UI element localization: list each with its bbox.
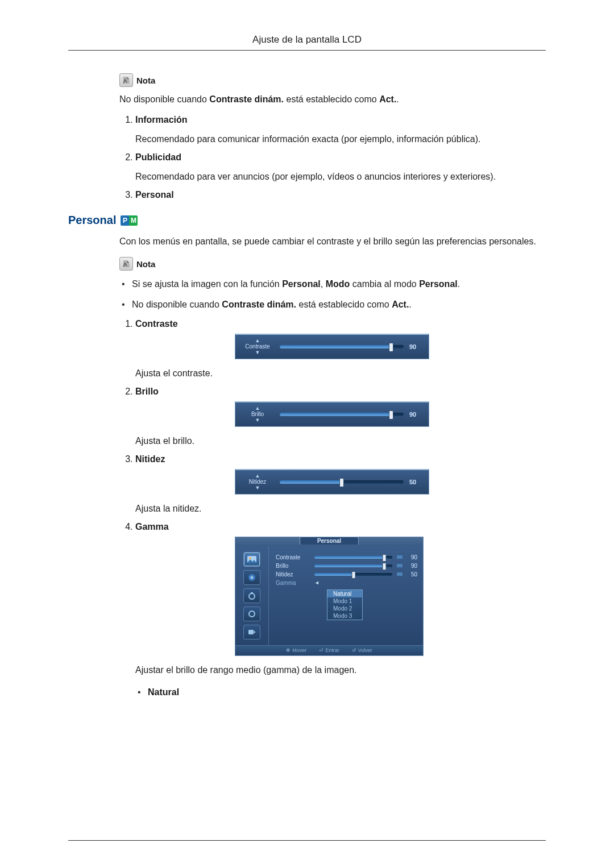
note-icon [119, 73, 133, 87]
slider-track[interactable] [314, 573, 392, 576]
svg-point-4 [249, 593, 255, 599]
svg-rect-7 [248, 630, 254, 634]
picture-icon[interactable] [243, 552, 260, 567]
item-title: Gamma [135, 522, 169, 531]
gamma-sublist: Natural [135, 686, 546, 699]
return-icon: ↺ [352, 647, 356, 653]
slider-knob[interactable] [389, 343, 393, 352]
gamma-options: Natural Modo 1 Modo 2 Modo 3 [327, 589, 363, 620]
svg-point-1 [249, 557, 251, 559]
content: Nota No disponible cuando Contraste diná… [68, 73, 546, 699]
slider-end-icon [397, 564, 403, 567]
osd-label: ▲ Brillo ▼ [241, 406, 274, 423]
setup-icon[interactable] [243, 607, 260, 621]
svg-point-3 [251, 576, 254, 579]
item-caption: Ajusta la nitidez. [135, 504, 546, 514]
item-title: Información [135, 115, 188, 124]
item-title: Publicidad [135, 152, 181, 162]
timer-icon[interactable] [243, 588, 260, 603]
slider-fill [280, 480, 342, 484]
slider-value: 90 [409, 343, 423, 350]
osd-slider-nitidez: ▲ Nitidez ▼ 50 [235, 469, 429, 495]
section-notes: Si se ajusta la imagen con la función Pe… [119, 277, 546, 310]
arrow-down-icon: ▼ [241, 350, 274, 355]
svg-rect-5 [251, 592, 253, 593]
gamma-option-modo2[interactable]: Modo 2 [327, 605, 362, 612]
setting-gamma: Gamma Personal [135, 522, 546, 699]
osd-row-contraste[interactable]: Contraste 90 [276, 554, 417, 560]
osd-footer: ✥Mover ⏎Entrar ↺Volver [235, 645, 423, 655]
setting-contraste: Contraste ▲ Contraste ▼ 90 Ajusta el con… [135, 319, 546, 379]
input-icon[interactable] [243, 625, 260, 639]
note-label: Nota [136, 76, 155, 85]
mode-list: Información Recomendado para comunicar i… [119, 115, 546, 200]
arrow-down-icon: ▼ [241, 418, 274, 423]
footer-rule [68, 840, 546, 841]
pm-badge: PM [121, 215, 138, 226]
slider-fill [280, 413, 391, 416]
osd-menu-gamma: Personal Contraste [235, 537, 424, 656]
slider-end-icon [397, 555, 403, 559]
footer-move: ✥Mover [286, 647, 306, 653]
item-body: Recomendado para ver anuncios (por ejemp… [135, 172, 546, 182]
note-icon [119, 257, 133, 271]
gamma-option-natural[interactable]: Natural [327, 590, 362, 597]
gamma-option-modo1[interactable]: Modo 1 [327, 597, 362, 605]
arrow-up-icon: ▲ [241, 338, 274, 343]
setting-nitidez: Nitidez ▲ Nitidez ▼ 50 Ajusta la nitidez… [135, 454, 546, 514]
enter-icon: ⏎ [319, 647, 323, 653]
pm-badge-p: P [121, 215, 129, 226]
personal-settings-list: Contraste ▲ Contraste ▼ 90 Ajusta el con… [119, 319, 546, 699]
item-title: Nitidez [135, 454, 165, 464]
osd-tab-personal[interactable]: Personal [300, 537, 359, 545]
slider-value: 50 [409, 479, 423, 485]
osd-slider-brillo: ▲ Brillo ▼ 90 [235, 401, 429, 427]
osd-rows: Contraste 90 Brillo 90 [269, 546, 423, 645]
item-title: Brillo [135, 387, 159, 396]
osd-label: ▲ Contraste ▼ [241, 338, 274, 355]
item-title: Contraste [135, 319, 178, 329]
osd-row-brillo[interactable]: Brillo 90 [276, 563, 417, 569]
item-body: Recomendado para comunicar información e… [135, 134, 546, 144]
slider-track[interactable] [314, 564, 392, 567]
move-icon: ✥ [286, 647, 291, 653]
slider-value: 90 [409, 411, 423, 418]
osd-label: ▲ Nitidez ▼ [241, 474, 274, 491]
arrow-up-icon: ▲ [241, 474, 274, 479]
item-caption: Ajusta el brillo. [135, 436, 546, 446]
slider-track[interactable] [280, 345, 404, 348]
item-caption: Ajusta el contraste. [135, 368, 546, 379]
osd-slider-contraste: ▲ Contraste ▼ 90 [235, 334, 429, 359]
slider-track[interactable] [314, 556, 392, 559]
arrow-up-icon: ▲ [241, 406, 274, 411]
mode-item-informacion: Información Recomendado para comunicar i… [135, 115, 546, 144]
section-title: Personal [68, 214, 116, 227]
pm-badge-m: M [129, 215, 138, 226]
mode-item-publicidad: Publicidad Recomendado para ver anuncios… [135, 152, 546, 182]
note-callout: Nota [119, 257, 546, 271]
note-bullet: No disponible cuando Contraste dinám. es… [132, 298, 546, 311]
slider-end-icon [397, 572, 403, 576]
slider-track[interactable] [280, 413, 404, 416]
intro-note-text: No disponible cuando Contraste dinám. es… [119, 93, 546, 106]
arrow-down-icon: ▼ [241, 485, 274, 491]
mode-item-personal: Personal [135, 190, 546, 200]
osd-sidebar [235, 546, 269, 645]
note-callout: Nota [119, 73, 546, 87]
setting-brillo: Brillo ▲ Brillo ▼ 90 Ajusta el brillo. [135, 387, 546, 446]
item-caption: Ajustar el brillo de rango medio (gamma)… [135, 665, 546, 675]
page: Ajuste de la pantalla LCD Nota No dispon… [0, 0, 614, 868]
osd-row-nitidez[interactable]: Nitidez 50 [276, 571, 417, 578]
slider-knob[interactable] [389, 410, 393, 420]
gamma-option-modo3[interactable]: Modo 3 [327, 612, 362, 620]
section-intro: Con los menús en pantalla, se puede camb… [119, 235, 546, 248]
slider-knob[interactable] [339, 478, 344, 487]
chevron-left-icon[interactable]: ◄ [314, 580, 320, 585]
gamma-sub-natural: Natural [148, 686, 546, 699]
footer-return: ↺Volver [352, 647, 372, 653]
osd-row-gamma[interactable]: Gamma ◄ [276, 580, 417, 586]
note-label: Nota [136, 259, 155, 269]
section-heading-personal: Personal PM [68, 214, 546, 227]
slider-track[interactable] [280, 480, 404, 484]
sound-icon[interactable] [243, 570, 260, 585]
